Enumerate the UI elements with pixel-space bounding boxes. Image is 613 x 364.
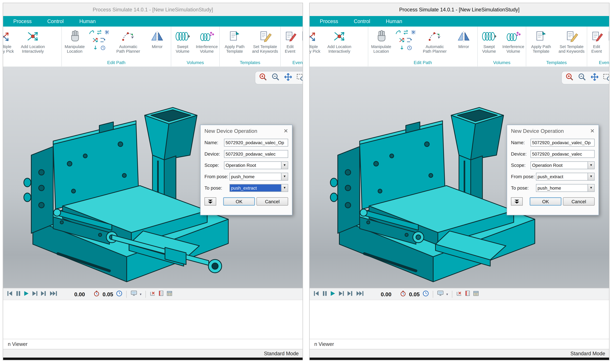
ribbon-item-set-template-keywords[interactable]: Set Template and Keywords xyxy=(556,28,587,53)
jump-start-button[interactable] xyxy=(313,290,319,298)
tab-process[interactable]: Process xyxy=(320,18,338,24)
chevron-down-icon[interactable]: ▼ xyxy=(587,173,594,180)
spark-icon[interactable] xyxy=(104,30,109,36)
close-chart-icon[interactable] xyxy=(150,290,156,298)
expand-options-button[interactable] xyxy=(511,197,522,206)
play-to-end-button[interactable] xyxy=(347,290,353,298)
swap-arrows-icon[interactable] xyxy=(403,30,409,36)
table-icon[interactable] xyxy=(167,290,172,298)
merge-arrows-icon[interactable] xyxy=(100,38,106,43)
pan-icon[interactable] xyxy=(284,72,293,83)
zoom-area-icon[interactable] xyxy=(602,72,609,83)
down-arrow-icon[interactable] xyxy=(92,45,98,51)
ribbon-item-automatic-path-planner[interactable]: Automatic Path Planner xyxy=(110,28,146,53)
chevron-down-icon[interactable]: ▾ xyxy=(446,292,448,296)
tab-process[interactable]: Process xyxy=(13,18,32,24)
tab-human[interactable]: Human xyxy=(386,18,402,24)
dialog-titlebar[interactable]: New Device Operation ✕ xyxy=(200,125,292,137)
zoom-out-icon[interactable] xyxy=(271,72,280,83)
tab-control[interactable]: Control xyxy=(354,18,370,24)
chevron-down-icon[interactable]: ▼ xyxy=(281,162,288,169)
ribbon-item-set-template-keywords[interactable]: Set Template and Keywords xyxy=(249,28,281,53)
ribbon-item-mirror[interactable]: Mirror xyxy=(146,28,168,49)
clock-icon[interactable] xyxy=(422,290,429,298)
device-input[interactable] xyxy=(224,150,288,158)
cancel-button[interactable]: Cancel xyxy=(256,197,288,206)
ribbon-item-edit-event[interactable]: Edit Event xyxy=(281,28,299,53)
stopwatch-icon[interactable] xyxy=(93,290,100,298)
down-arrow-icon[interactable] xyxy=(399,45,405,51)
name-input[interactable] xyxy=(224,139,288,146)
report-icon[interactable] xyxy=(465,290,470,298)
pan-icon[interactable] xyxy=(590,72,599,83)
ribbon-item-swept-volume[interactable]: Swept Volume xyxy=(478,28,500,53)
curve-arrow-icon[interactable] xyxy=(395,30,401,36)
jump-end-button[interactable] xyxy=(50,290,57,298)
clock-mini-icon[interactable] xyxy=(407,45,412,51)
swap-arrows-icon[interactable] xyxy=(96,30,102,36)
ribbon-item-multiple-locations-by-pick[interactable]: Multiple ns By Pick xyxy=(3,28,16,53)
ribbon-item-mirror[interactable]: Mirror xyxy=(453,28,475,49)
ribbon-item-automatic-path-planner[interactable]: Automatic Path Planner xyxy=(417,28,453,53)
chevron-down-icon[interactable]: ▼ xyxy=(281,173,288,180)
device-input[interactable] xyxy=(531,150,595,158)
close-icon[interactable]: ✕ xyxy=(284,128,288,134)
ribbon-item-add-location-interactively[interactable]: Add Location Interactively xyxy=(16,28,50,53)
chevron-down-icon[interactable]: ▼ xyxy=(587,184,594,191)
scope-select[interactable]: Operation Root ▼ xyxy=(224,161,288,169)
diverge-arrows-icon[interactable] xyxy=(399,38,404,43)
to-pose-select[interactable]: push_extract ▼ xyxy=(229,184,288,192)
diverge-arrows-icon[interactable] xyxy=(92,38,98,43)
spark-icon[interactable] xyxy=(411,30,416,36)
from-pose-select[interactable]: push_extract ▼ xyxy=(536,173,595,181)
curve-arrow-icon[interactable] xyxy=(89,30,94,36)
chevron-down-icon[interactable]: ▼ xyxy=(281,184,288,191)
viewport-3d[interactable]: New Device Operation ✕ Name: Device: Sco… xyxy=(310,67,609,288)
play-button[interactable] xyxy=(330,290,336,298)
ok-button[interactable]: OK xyxy=(223,197,255,206)
ok-button[interactable]: OK xyxy=(530,197,561,206)
display-icon[interactable] xyxy=(437,290,443,298)
ribbon-item-multiple-locations-by-pick[interactable]: Multiple ns By Pick xyxy=(310,28,322,53)
dialog-titlebar[interactable]: New Device Operation ✕ xyxy=(507,125,599,137)
ribbon-item-apply-path-template[interactable]: Apply Path Template xyxy=(220,28,249,53)
name-input[interactable] xyxy=(531,139,595,146)
cancel-button[interactable]: Cancel xyxy=(563,197,595,206)
merge-arrows-icon[interactable] xyxy=(406,38,412,43)
display-icon[interactable] xyxy=(130,290,137,298)
ribbon-item-add-location-interactively[interactable]: Add Location Interactively xyxy=(322,28,357,53)
ribbon-item-apply-path-template[interactable]: Apply Path Template xyxy=(526,28,556,53)
zoom-in-icon[interactable] xyxy=(565,72,574,83)
to-pose-select[interactable]: push_home ▼ xyxy=(536,184,595,192)
step-forward-button[interactable] xyxy=(338,290,344,298)
ribbon-item-swept-volume[interactable]: Swept Volume xyxy=(171,28,194,53)
ribbon-item-manipulate-location[interactable]: Manipulate Location xyxy=(368,28,394,53)
viewport-3d[interactable]: New Device Operation ✕ Name: Device: Sco… xyxy=(3,67,302,288)
chevron-down-icon[interactable]: ▼ xyxy=(587,162,594,169)
report-icon[interactable] xyxy=(158,290,164,298)
pause-button[interactable] xyxy=(16,290,21,298)
clock-mini-icon[interactable] xyxy=(100,45,105,51)
close-icon[interactable]: ✕ xyxy=(590,128,595,134)
ribbon-item-new-event[interactable]: N Ev xyxy=(300,28,302,53)
ribbon-item-edit-event[interactable]: Edit Event xyxy=(587,28,606,53)
ribbon-item-interference-volume[interactable]: Interference Volume xyxy=(194,28,220,53)
zoom-out-icon[interactable] xyxy=(577,72,587,83)
clock-icon[interactable] xyxy=(116,290,122,298)
close-chart-icon[interactable] xyxy=(456,290,462,298)
jump-start-button[interactable] xyxy=(7,290,13,298)
play-button[interactable] xyxy=(24,290,29,298)
zoom-in-icon[interactable] xyxy=(258,72,268,83)
zoom-area-icon[interactable] xyxy=(296,72,302,83)
pause-button[interactable] xyxy=(322,290,327,298)
step-forward-button[interactable] xyxy=(32,290,38,298)
ribbon-item-interference-volume[interactable]: Interference Volume xyxy=(500,28,526,53)
ribbon-item-manipulate-location[interactable]: Manipulate Location xyxy=(62,28,88,53)
expand-options-button[interactable] xyxy=(204,197,216,206)
chevron-down-icon[interactable]: ▾ xyxy=(140,292,142,296)
play-to-end-button[interactable] xyxy=(40,290,47,298)
stopwatch-icon[interactable] xyxy=(400,290,406,298)
tab-human[interactable]: Human xyxy=(79,18,96,24)
table-icon[interactable] xyxy=(473,290,479,298)
jump-end-button[interactable] xyxy=(356,290,364,298)
